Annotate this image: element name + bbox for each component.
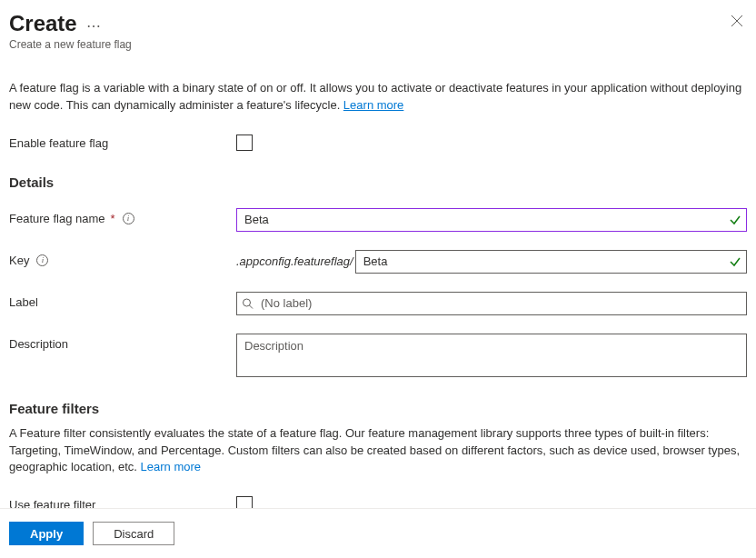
filters-intro: A Feature filter consistently evaluates … [9,425,747,477]
enable-flag-row: Enable feature flag [9,133,747,151]
discard-button[interactable]: Discard [93,522,174,545]
key-input[interactable] [355,250,747,274]
label-label: Label [9,292,236,309]
details-heading: Details [9,174,747,190]
enable-flag-label: Enable feature flag [9,133,236,150]
name-input[interactable] [236,208,747,232]
close-icon [731,15,743,27]
info-icon[interactable]: i [123,213,134,224]
key-prefix: .appconfig.featureflag/ [236,254,355,268]
filters-learn-more-link[interactable]: Learn more [141,460,201,473]
required-indicator: * [111,212,115,225]
intro-text: A feature flag is a variable with a bina… [9,80,747,115]
description-input[interactable] [236,334,747,377]
enable-flag-checkbox[interactable] [236,135,253,151]
name-label: Feature flag name* i [9,208,236,225]
page-subtitle: Create a new feature flag [9,38,132,51]
filters-heading: Feature filters [9,401,747,416]
more-actions-icon[interactable]: ⋯ [86,14,101,34]
label-input[interactable] [236,292,747,315]
info-icon[interactable]: i [36,254,48,266]
footer: Apply Discard [0,508,756,558]
close-button[interactable] [727,11,747,34]
label-row: Label [9,292,747,315]
intro-learn-more-link[interactable]: Learn more [343,98,403,112]
filters-body: A Feature filter consistently evaluates … [9,426,740,474]
key-row: Key i .appconfig.featureflag/ [9,250,747,274]
apply-button[interactable]: Apply [9,522,84,545]
description-label: Description [9,334,236,351]
panel-header: Create ⋯ Create a new feature flag [9,11,747,51]
key-label: Key i [9,250,236,267]
page-title: Create [9,11,77,36]
name-row: Feature flag name* i [9,208,747,232]
description-row: Description [9,334,747,377]
